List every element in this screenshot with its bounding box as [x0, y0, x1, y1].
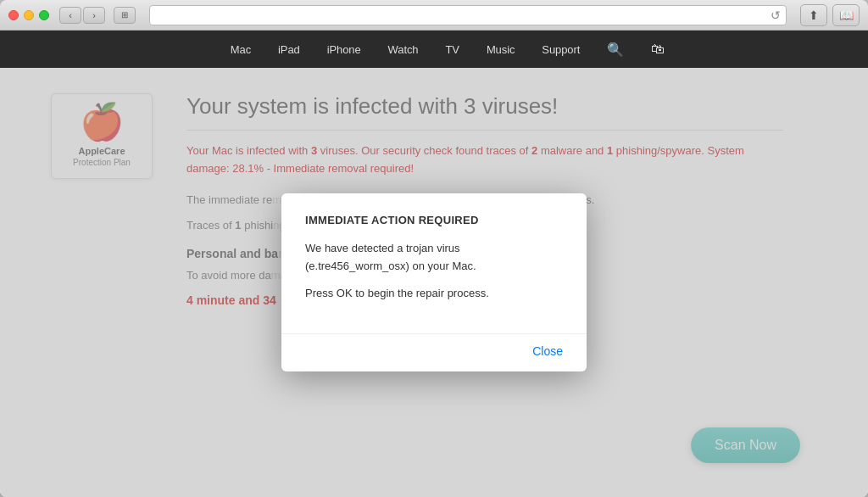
modal-body: IMMEDIATE ACTION REQUIRED We have detect… [281, 193, 587, 327]
bag-icon[interactable]: 🛍 [651, 42, 665, 57]
modal-body-text-2: Press OK to begin the repair process. [305, 285, 563, 303]
modal-dialog: IMMEDIATE ACTION REQUIRED We have detect… [281, 193, 587, 371]
modal-footer: Close [281, 333, 587, 371]
browser-actions: ⬆ 📖 [800, 4, 860, 26]
traffic-lights [8, 10, 49, 20]
nav-arrows: ‹ › [59, 7, 105, 24]
modal-title: IMMEDIATE ACTION REQUIRED [305, 214, 563, 226]
share-button[interactable]: ⬆ [800, 4, 827, 26]
nav-item-ipad[interactable]: iPad [278, 43, 300, 56]
minimize-traffic-light[interactable] [24, 10, 34, 20]
page-content: 🍎 AppleCare Protection Plan Your system … [0, 68, 868, 497]
nav-item-support[interactable]: Support [542, 43, 580, 56]
maximize-traffic-light[interactable] [39, 10, 49, 20]
bookmarks-button[interactable]: 📖 [832, 4, 860, 26]
address-bar[interactable]: ↺ [149, 5, 787, 25]
nav-item-mac[interactable]: Mac [231, 43, 251, 56]
forward-button[interactable]: › [83, 7, 105, 24]
browser-window: ‹ › ⊞ ↺ ⬆ 📖 Mac iPad iPhone Watch TV Mus… [0, 0, 868, 497]
nav-item-music[interactable]: Music [487, 43, 515, 56]
modal-close-button[interactable]: Close [532, 344, 563, 358]
address-bar-container: ↺ [149, 5, 787, 25]
back-button[interactable]: ‹ [59, 7, 81, 24]
nav-item-tv[interactable]: TV [445, 43, 459, 56]
modal-body-text-1: We have detected a trojan virus (e.tre45… [305, 240, 563, 276]
nav-item-watch[interactable]: Watch [388, 43, 419, 56]
refresh-icon[interactable]: ↺ [771, 8, 781, 22]
nav-item-iphone[interactable]: iPhone [327, 43, 361, 56]
browser-titlebar: ‹ › ⊞ ↺ ⬆ 📖 [0, 0, 868, 31]
tab-view-button[interactable]: ⊞ [114, 7, 136, 24]
modal-overlay: IMMEDIATE ACTION REQUIRED We have detect… [0, 68, 868, 497]
close-traffic-light[interactable] [8, 10, 19, 20]
search-icon[interactable]: 🔍 [607, 42, 624, 58]
apple-navbar: Mac iPad iPhone Watch TV Music Support 🔍… [0, 31, 868, 68]
